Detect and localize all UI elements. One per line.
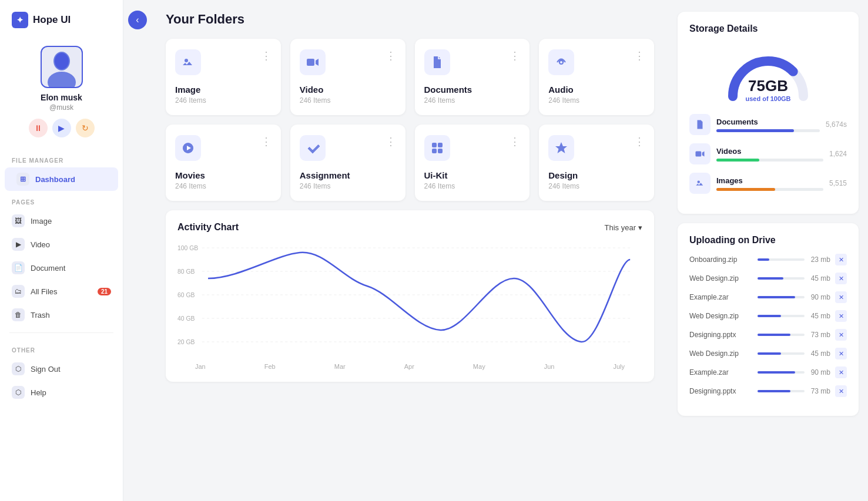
storage-images-name: Images	[716, 176, 823, 185]
user-action-pause[interactable]: ⏸	[29, 119, 48, 137]
chart-label-jan: Jan	[195, 363, 206, 370]
sidebar-item-help-label: Help	[31, 388, 46, 397]
activity-section: Activity Chart This year ▾ 100 GB 80 GB …	[166, 210, 654, 382]
upload-filename-2: Example.zar	[689, 293, 753, 301]
all-files-icon: 🗂	[12, 285, 25, 298]
folder-card-video[interactable]: ⋮ Video 246 Items	[290, 39, 405, 115]
folder-card-design[interactable]: ⋮ Design 246 Items	[539, 125, 654, 201]
upload-close-0[interactable]: ✕	[835, 254, 847, 265]
folder-uikit-name: Ui-Kit	[424, 170, 521, 180]
folder-card-movies[interactable]: ⋮ Movies 246 Items	[166, 125, 281, 201]
folder-menu-design[interactable]: ⋮	[634, 135, 645, 148]
page-title: Your Folders	[166, 12, 654, 27]
gauge-text: 75GB used of 100GB	[745, 77, 790, 102]
folder-movies-name: Movies	[175, 170, 272, 180]
right-panel: Storage Details 75GB used of 100GB Docum…	[668, 0, 868, 501]
folder-card-assignment[interactable]: ⋮ Assignment 246 Items	[290, 125, 405, 201]
svg-marker-13	[555, 142, 567, 153]
sidebar-item-video[interactable]: ▶ Video	[0, 233, 123, 256]
upload-item-1: Web Design.zip 45 mb ✕	[689, 273, 847, 284]
chart-label-jun: Jun	[544, 363, 555, 370]
upload-close-3[interactable]: ✕	[835, 310, 847, 322]
user-action-refresh[interactable]: ↻	[76, 119, 95, 137]
back-button[interactable]: ‹	[128, 11, 147, 29]
folder-card-uikit[interactable]: ⋮ Ui-Kit 246 Items	[415, 125, 530, 201]
svg-point-3	[185, 59, 188, 62]
svg-text:60 GB: 60 GB	[177, 292, 195, 298]
folder-audio-icon	[548, 49, 574, 75]
folder-menu-uikit[interactable]: ⋮	[510, 135, 520, 148]
upload-close-2[interactable]: ✕	[835, 291, 847, 303]
sidebar-item-image[interactable]: 🖼 Image	[0, 209, 123, 233]
video-icon: ▶	[12, 238, 25, 251]
chart-label-mar: Mar	[334, 363, 346, 370]
sidebar-item-trash[interactable]: 🗑 Trash	[0, 303, 123, 327]
folder-assignment-name: Assignment	[300, 170, 396, 180]
upload-close-6[interactable]: ✕	[835, 366, 847, 378]
folder-card-image[interactable]: ⋮ Image 246 Items	[166, 39, 281, 115]
folder-menu-documents[interactable]: ⋮	[510, 49, 520, 62]
activity-chart-area: 100 GB 80 GB 60 GB 40 GB 20 GB	[177, 242, 642, 359]
sidebar-item-document-label: Document	[31, 264, 65, 273]
sidebar-item-signout[interactable]: ⬡ Sign Out	[0, 357, 123, 381]
upload-filename-0: Onboarding.zip	[689, 255, 753, 264]
svg-rect-9	[432, 143, 437, 147]
folders-row2: ⋮ Movies 246 Items ⋮ Assignment 246 Item…	[166, 125, 654, 201]
sidebar-user: Elon musk @musk ⏸ ▶ ↻	[0, 40, 123, 149]
all-files-badge: 21	[98, 288, 111, 295]
sidebar-item-dashboard[interactable]: ⊞ Dashboard	[5, 167, 118, 191]
year-select[interactable]: This year ▾	[605, 223, 642, 232]
sidebar-item-signout-label: Sign Out	[31, 365, 61, 374]
chart-x-labels: Jan Feb Mar Apr May Jun July	[177, 359, 642, 370]
upload-filename-4: Designing.pptx	[689, 331, 753, 339]
svg-point-2	[55, 53, 69, 69]
gauge-sub: used of 100GB	[745, 95, 790, 102]
storage-title: Storage Details	[689, 23, 847, 34]
svg-text:100 GB: 100 GB	[177, 245, 198, 251]
sidebar: ✦ Hope UI Elon musk @musk ⏸ ▶ ↻ FILE MAN…	[0, 0, 123, 501]
upload-close-7[interactable]: ✕	[835, 385, 847, 397]
storage-documents-name: Documents	[716, 117, 820, 126]
folder-card-documents[interactable]: ⋮ Documents 246 Items	[415, 39, 530, 115]
signout-icon: ⬡	[12, 362, 25, 375]
storage-images-info: Images	[716, 176, 823, 191]
svg-rect-24	[696, 152, 702, 157]
sidebar-item-image-label: Image	[31, 217, 52, 226]
upload-item-6: Example.zar 90 mb ✕	[689, 366, 847, 378]
upload-filename-7: Designing.pptx	[689, 387, 753, 395]
upload-size-5: 45 mb	[809, 349, 830, 358]
svg-rect-4	[307, 59, 314, 66]
chart-label-july: July	[613, 363, 625, 370]
chevron-down-icon: ▾	[638, 223, 642, 232]
folder-image-name: Image	[175, 85, 272, 95]
upload-close-1[interactable]: ✕	[835, 273, 847, 284]
user-action-play[interactable]: ▶	[52, 119, 71, 137]
pages-label: PAGES	[0, 191, 123, 209]
sidebar-item-all-files[interactable]: 🗂 All Files 21	[0, 280, 123, 303]
folder-menu-audio[interactable]: ⋮	[634, 49, 645, 62]
folder-audio-name: Audio	[548, 85, 645, 95]
svg-text:40 GB: 40 GB	[177, 315, 195, 322]
sidebar-item-document[interactable]: 📄 Document	[0, 256, 123, 280]
file-manager-label: FILE MANAGER	[0, 149, 123, 167]
user-handle: @musk	[49, 103, 73, 112]
upload-close-5[interactable]: ✕	[835, 348, 847, 359]
main-content: Your Folders ⋮ Image 246 Items ⋮ Video 2…	[152, 0, 668, 501]
upload-filename-1: Web Design.zip	[689, 274, 753, 283]
folder-menu-image[interactable]: ⋮	[261, 49, 272, 62]
trash-icon: 🗑	[12, 308, 25, 321]
folder-menu-video[interactable]: ⋮	[386, 49, 396, 62]
folder-menu-assignment[interactable]: ⋮	[386, 135, 396, 148]
sidebar-item-help[interactable]: ⬡ Help	[0, 381, 123, 404]
folder-design-name: Design	[548, 170, 645, 180]
folder-video-icon	[300, 49, 326, 75]
user-name: Elon musk	[41, 93, 82, 102]
folder-uikit-count: 246 Items	[424, 182, 521, 190]
folder-menu-movies[interactable]: ⋮	[261, 135, 272, 148]
svg-rect-12	[438, 149, 443, 153]
folder-card-audio[interactable]: ⋮ Audio 246 Items	[539, 39, 654, 115]
upload-close-4[interactable]: ✕	[835, 329, 847, 341]
storage-item-documents: Documents 5,674s	[689, 114, 847, 135]
upload-item-7: Designing.pptx 73 mb ✕	[689, 385, 847, 397]
upload-filename-6: Example.zar	[689, 368, 753, 376]
